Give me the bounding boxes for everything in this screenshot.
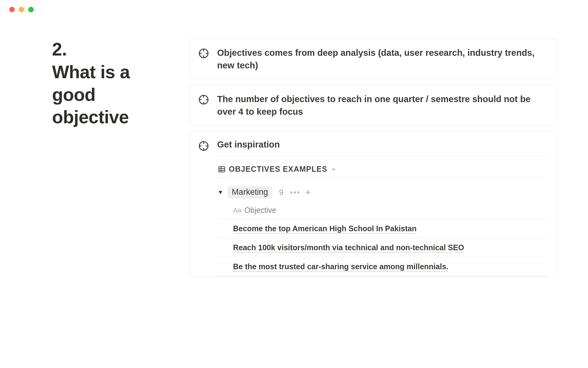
page-content: 2. What is a good objective Objectives c… — [0, 12, 588, 277]
heading-line-1: What is a — [52, 62, 130, 82]
table-icon — [218, 165, 226, 173]
text-property-icon: Aa — [233, 206, 241, 214]
heading-line-2: good — [52, 85, 96, 105]
minimize-window-button[interactable] — [19, 7, 24, 12]
database-view-tab[interactable]: OBJECTIVES EXAMPLES — [217, 165, 547, 178]
svg-rect-15 — [219, 167, 225, 172]
inspiration-card: Get inspiration OBJECTIVES EXAMPLES — [190, 131, 557, 277]
close-window-button[interactable] — [9, 7, 15, 12]
table-row[interactable]: Reach 100k visitors/month via technical … — [217, 238, 547, 257]
callout-card[interactable]: The number of objectives to reach in one… — [190, 85, 557, 125]
maximize-window-button[interactable] — [28, 7, 34, 12]
callout-text: The number of objectives to reach in one… — [217, 92, 547, 118]
heading-number: 2. — [52, 39, 67, 59]
column-name: Objective — [244, 206, 276, 215]
callout-text: Objectives comes from deep analysis (dat… — [217, 46, 547, 71]
table-row[interactable]: Become the top American High School In P… — [217, 219, 547, 238]
heading-line-3: objective — [52, 107, 129, 127]
row-title: Become the top American High School In P… — [233, 224, 417, 233]
group-tag: Marketing — [228, 186, 273, 198]
section-heading-column: 2. What is a good objective — [0, 38, 190, 277]
section-heading: 2. What is a good objective — [52, 38, 178, 129]
window-controls — [0, 0, 588, 12]
target-icon — [198, 48, 209, 59]
table-row[interactable]: Be the most trusted car-sharing service … — [217, 257, 547, 276]
view-name: OBJECTIVES EXAMPLES — [229, 165, 327, 174]
target-icon — [198, 140, 209, 151]
group-header[interactable]: ▼ Marketing 9 ••• — [217, 181, 547, 203]
cards-column: Objectives comes from deep analysis (dat… — [190, 38, 588, 277]
callout-card[interactable]: Objectives comes from deep analysis (dat… — [190, 38, 557, 79]
add-row-button[interactable] — [305, 189, 311, 196]
group-count: 9 — [279, 188, 283, 197]
database-block: OBJECTIVES EXAMPLES ▼ Marketing 9 ••• — [198, 156, 547, 276]
toggle-triangle-icon[interactable]: ▼ — [218, 189, 223, 196]
app-window: 2. What is a good objective Objectives c… — [0, 0, 588, 368]
target-icon — [198, 94, 209, 105]
more-options-icon[interactable]: ••• — [290, 188, 300, 197]
inspiration-title: Get inspiration — [217, 139, 280, 150]
row-title: Be the most trusted car-sharing service … — [233, 262, 448, 271]
divider — [217, 156, 547, 156]
inspiration-header: Get inspiration — [198, 139, 547, 151]
column-header[interactable]: Aa Objective — [217, 203, 547, 219]
chevron-down-icon — [330, 166, 337, 172]
row-title: Reach 100k visitors/month via technical … — [233, 243, 464, 252]
